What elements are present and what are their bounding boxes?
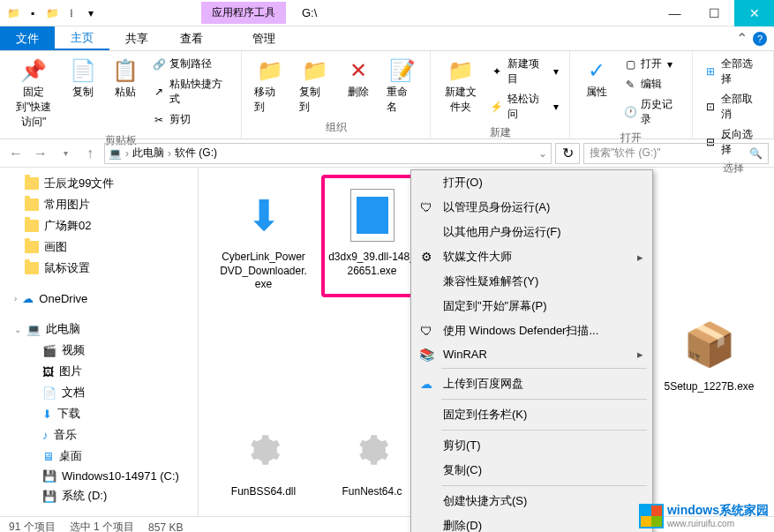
rename-button[interactable]: 📝 重命名 <box>381 55 423 116</box>
file-item[interactable]: 📦 5Setup_1227B.exe <box>658 304 760 400</box>
breadcrumb-current[interactable]: 软件 (G:) <box>175 146 217 161</box>
main-area: 壬辰龙99文件 常用图片 广场舞02 画图 鼠标设置 ›☁OneDrive ⌄💻… <box>0 168 774 516</box>
music-icon: ♪ <box>42 429 49 442</box>
file-label: d3dx9_39.dll-148_26651.exe <box>327 251 417 278</box>
new-folder-button[interactable]: 📁 新建文件夹 <box>438 55 483 116</box>
easy-access-button[interactable]: ⚡轻松访问▾ <box>486 90 562 124</box>
ctx-compat[interactable]: 兼容性疑难解答(Y) <box>411 269 652 294</box>
search-icon[interactable]: 🔍 <box>749 147 763 160</box>
ctx-open[interactable]: 打开(O) <box>411 170 652 195</box>
ctx-separator <box>441 399 647 400</box>
sidebar-drive-d[interactable]: 💾系统 (D:) <box>0 485 198 506</box>
ribbon-collapse-icon[interactable]: ⌃ <box>736 30 748 47</box>
ctx-delete[interactable]: 删除(D) <box>411 513 652 532</box>
status-item-count: 91 个项目 <box>9 520 56 532</box>
paste-label: 粘贴 <box>115 85 136 100</box>
breadcrumb-sep: › <box>125 147 129 160</box>
file-label: FunBSS64.dll <box>231 485 296 499</box>
ctx-ruanmei[interactable]: ⚙软媒文件大师▸ <box>411 244 652 269</box>
sidebar-folder[interactable]: 鼠标设置 <box>0 258 198 279</box>
tab-share[interactable]: 共享 <box>109 26 164 50</box>
sidebar-pictures[interactable]: 🖼图片 <box>0 361 198 382</box>
file-label: FunNest64.c <box>342 485 402 499</box>
ctx-run-other[interactable]: 以其他用户身份运行(F) <box>411 220 652 244</box>
sidebar-this-pc[interactable]: ⌄💻此电脑 <box>0 318 198 340</box>
move-icon: 📁 <box>256 56 284 85</box>
copy-path-button[interactable]: 🔗复制路径 <box>148 55 234 73</box>
ctx-pin-taskbar[interactable]: 固定到任务栏(K) <box>411 402 652 427</box>
refresh-button[interactable]: ↻ <box>555 143 580 164</box>
ctx-shortcut[interactable]: 创建快捷方式(S) <box>411 489 652 513</box>
up-button[interactable]: ↑ <box>79 143 101 164</box>
tab-manage[interactable]: 管理 <box>237 26 291 50</box>
cut-button[interactable]: ✂剪切 <box>148 110 234 129</box>
maximize-button[interactable]: ☐ <box>695 0 734 26</box>
breadcrumb[interactable]: 💻 › 此电脑 › 软件 (G:) ⌄ <box>104 143 552 164</box>
breadcrumb-dropdown-icon[interactable]: ⌄ <box>538 147 547 160</box>
sidebar-documents[interactable]: 📄文档 <box>0 382 198 403</box>
select-all-button[interactable]: ⊞全部选择 <box>700 55 766 88</box>
select-none-button[interactable]: ⊡全部取消 <box>700 90 766 124</box>
sidebar-folder[interactable]: 常用图片 <box>0 194 198 215</box>
box-icon: 📦 <box>674 310 745 380</box>
sidebar-music[interactable]: ♪音乐 <box>0 424 198 446</box>
ctx-copy[interactable]: 复制(C) <box>411 458 652 483</box>
pin-button[interactable]: 📌 固定到"快速访问" <box>7 55 60 131</box>
delete-button[interactable]: ✕ 删除 <box>339 55 378 101</box>
properties-button[interactable]: ✓ 属性 <box>577 55 616 101</box>
tab-home[interactable]: 主页 <box>55 26 109 50</box>
sidebar-video[interactable]: 🎬视频 <box>0 340 198 361</box>
qa-dropdown[interactable]: ▾ <box>83 5 99 21</box>
ctx-baidu[interactable]: ☁上传到百度网盘 <box>411 371 652 396</box>
close-button[interactable]: ✕ <box>734 0 774 26</box>
open-button[interactable]: ▢打开▾ <box>620 55 685 73</box>
search-input[interactable]: 搜索"软件 (G:)" 🔍 <box>583 143 769 164</box>
ctx-defender[interactable]: 🛡使用 Windows Defender扫描... <box>411 318 652 343</box>
new-folder-icon: 📁 <box>447 56 475 85</box>
drive-icon: 💾 <box>42 469 56 483</box>
edit-button[interactable]: ✎编辑 <box>620 75 685 94</box>
qa-icon-1[interactable]: ▪ <box>25 5 41 21</box>
breadcrumb-sep: › <box>168 147 171 160</box>
copy-label: 复制 <box>72 85 94 100</box>
copy-to-button[interactable]: 📁 复制到 <box>294 55 335 116</box>
paste-shortcut-button[interactable]: ↗粘贴快捷方式 <box>148 75 234 109</box>
cut-icon: ✂ <box>152 113 166 127</box>
sidebar-onedrive[interactable]: ›☁OneDrive <box>0 289 198 308</box>
minimize-button[interactable]: — <box>655 0 695 26</box>
ctx-winrar[interactable]: 📚WinRAR▸ <box>411 343 652 365</box>
address-bar: ← → ▾ ↑ 💻 › 此电脑 › 软件 (G:) ⌄ ↻ 搜索"软件 (G:)… <box>0 139 774 168</box>
file-item[interactable]: FunBSS64.dll <box>213 409 314 505</box>
ctx-cut[interactable]: 剪切(T) <box>411 433 652 458</box>
help-icon[interactable]: ? <box>753 32 767 46</box>
breadcrumb-root[interactable]: 此电脑 <box>132 146 164 161</box>
tab-view[interactable]: 查看 <box>164 26 219 50</box>
sidebar-downloads[interactable]: ⬇下载 <box>0 403 198 424</box>
ctx-run-admin[interactable]: 🛡以管理员身份运行(A) <box>411 195 652 220</box>
qa-icon-2[interactable]: 📁 <box>44 5 60 21</box>
ctx-pin-start[interactable]: 固定到"开始"屏幕(P) <box>411 294 652 318</box>
sidebar-drive-c[interactable]: 💾Windows10-14971 (C:) <box>0 467 198 485</box>
sidebar-desktop[interactable]: 🖥桌面 <box>0 446 198 467</box>
shortcut-icon: ↗ <box>152 85 165 99</box>
context-menu: 打开(O) 🛡以管理员身份运行(A) 以其他用户身份运行(F) ⚙软媒文件大师▸… <box>410 169 653 532</box>
move-to-button[interactable]: 📁 移动到 <box>249 55 290 116</box>
file-item[interactable]: ⬇ CyberLink_PowerDVD_Downloader.exe <box>213 175 314 297</box>
back-button[interactable]: ← <box>5 143 26 164</box>
forward-button[interactable]: → <box>30 143 51 164</box>
tab-file[interactable]: 文件 <box>0 26 55 50</box>
file-item[interactable]: FunNest64.c <box>321 409 423 505</box>
recent-button[interactable]: ▾ <box>55 143 76 164</box>
sidebar-folder[interactable]: 广场舞02 <box>0 215 198 236</box>
history-button[interactable]: 🕐历史记录 <box>620 95 685 129</box>
copy-button[interactable]: 📄 复制 <box>64 55 102 101</box>
ctx-separator <box>441 430 647 431</box>
file-item-selected[interactable]: d3dx9_39.dll-148_26651.exe <box>321 175 423 297</box>
history-icon: 🕐 <box>623 105 636 119</box>
paste-button[interactable]: 📋 粘贴 <box>106 55 145 101</box>
sidebar-folder[interactable]: 壬辰龙99文件 <box>0 173 198 194</box>
new-item-button[interactable]: ✦新建项目▾ <box>486 55 562 88</box>
window-title: G:\ <box>302 6 317 19</box>
sidebar-folder[interactable]: 画图 <box>0 236 198 258</box>
path-icon: 🔗 <box>152 57 166 71</box>
